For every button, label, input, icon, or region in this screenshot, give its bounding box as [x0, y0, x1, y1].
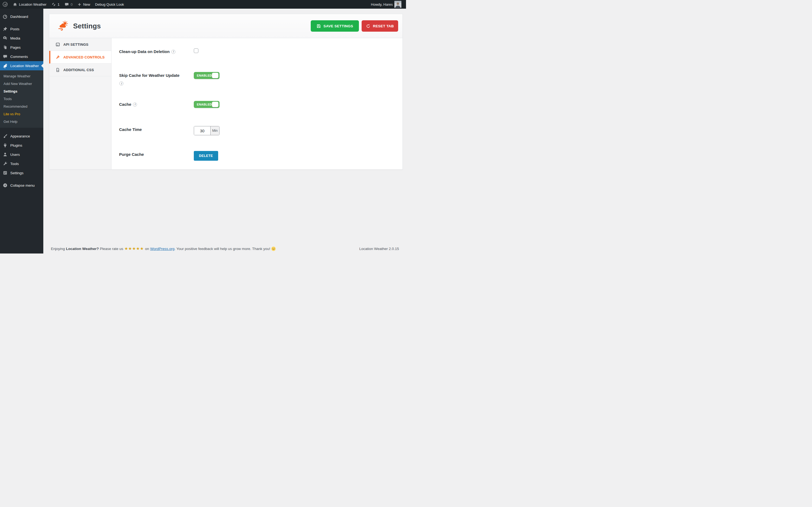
skip-cache-toggle[interactable]: ENABLED: [194, 72, 219, 79]
info-icon[interactable]: [133, 103, 137, 107]
settings-tab-list: API SETTINGS ADVANCED CONTROLS ADDITIONA…: [49, 38, 111, 169]
comment-bubble-icon: [64, 2, 69, 7]
sidebar-item-users[interactable]: Users: [0, 150, 43, 159]
submenu-lite-vs-pro[interactable]: Lite vs Pro: [0, 110, 43, 118]
sidebar-label: Location Weather: [10, 64, 39, 68]
footer-rating-text: Enjoying Location Weather? Please rate u…: [51, 246, 276, 251]
updates-icon: [51, 2, 56, 7]
sidebar-label: Appearance: [10, 134, 30, 138]
debug-quick-look-label: Debug Quick Look: [95, 2, 124, 6]
reset-tab-label: RESET TAB: [373, 24, 394, 28]
submenu-recommended[interactable]: Recommended: [0, 103, 43, 110]
sidebar-item-settings[interactable]: Settings: [0, 168, 43, 177]
sidebar-item-tools[interactable]: Tools: [0, 159, 43, 168]
sidebar-item-collapse-menu[interactable]: Collapse menu: [0, 181, 43, 190]
account-menu[interactable]: Howdy, Hares: [368, 0, 404, 9]
submenu-tools[interactable]: Tools: [0, 95, 43, 103]
tab-label: ADDITIONAL CSS: [63, 68, 94, 72]
collapse-icon: [2, 183, 8, 188]
sidebar-label: Posts: [10, 27, 19, 31]
page-title: Settings: [73, 22, 101, 30]
save-settings-label: SAVE SETTINGS: [323, 24, 353, 28]
wordpress-logo-menu[interactable]: [0, 0, 10, 9]
wrench-icon: [2, 161, 8, 166]
sidebar-label: Plugins: [10, 144, 22, 148]
submenu-manage-weather[interactable]: Manage Weather: [0, 72, 43, 80]
sidebar-item-appearance[interactable]: Appearance: [0, 131, 43, 141]
wordpress-admin-page: Location Weather 1 0 New Debug Quick Loo…: [0, 0, 406, 253]
delete-label: DELETE: [199, 154, 213, 158]
cache-time-input-group: Min: [194, 126, 219, 135]
reset-tab-button[interactable]: RESET TAB: [362, 20, 398, 32]
setting-row-cleanup-data: Clean-up Data on Deletion: [119, 48, 397, 72]
sidebar-item-posts[interactable]: Posts: [0, 24, 43, 34]
home-icon: [13, 2, 17, 7]
cleanup-data-checkbox[interactable]: [194, 48, 199, 53]
debug-quick-look-menu[interactable]: Debug Quick Look: [93, 0, 126, 9]
setting-label: Skip Cache for Weather Update: [119, 72, 194, 86]
sidebar-label: Dashboard: [10, 15, 28, 19]
location-weather-submenu: Manage Weather Add New Weather Settings …: [0, 70, 43, 128]
sidebar-item-pages[interactable]: Pages: [0, 43, 43, 52]
sidebar-item-location-weather[interactable]: Location Weather: [0, 61, 43, 70]
new-content-menu[interactable]: New: [75, 0, 93, 9]
dashboard-icon: [2, 14, 8, 19]
admin-bar: Location Weather 1 0 New Debug Quick Loo…: [0, 0, 406, 9]
comments-indicator[interactable]: 0: [62, 0, 75, 9]
sidebar-label: Users: [10, 153, 20, 157]
sidebar-label: Pages: [10, 46, 20, 50]
settings-header: Settings SAVE SETTINGS RESET TAB: [49, 14, 402, 38]
sidebar-item-comments[interactable]: Comments: [0, 52, 43, 61]
api-card-icon: [55, 42, 60, 47]
wordpress-logo-icon: [2, 2, 8, 7]
setting-row-purge-cache: Purge Cache DELETE: [119, 151, 397, 164]
sidebar-item-dashboard[interactable]: Dashboard: [0, 12, 43, 21]
settings-card: Settings SAVE SETTINGS RESET TAB: [49, 14, 403, 170]
sidebar-label: Media: [10, 36, 20, 40]
admin-sidebar: Dashboard Posts Media Pages Comments: [0, 9, 43, 253]
sidebar-item-plugins[interactable]: Plugins: [0, 141, 43, 150]
sidebar-label: Settings: [10, 171, 23, 175]
plugin-version: Location Weather 2.0.15: [359, 247, 399, 251]
submenu-add-new-weather[interactable]: Add New Weather: [0, 80, 43, 88]
new-label: New: [83, 2, 90, 6]
user-icon: [2, 152, 8, 157]
media-icon: [2, 36, 8, 41]
submenu-get-help[interactable]: Get Help: [0, 118, 43, 125]
toggle-knob: [212, 102, 218, 107]
save-settings-button[interactable]: SAVE SETTINGS: [311, 20, 359, 32]
pin-icon: [2, 26, 8, 32]
reset-icon: [366, 24, 371, 29]
purge-cache-delete-button[interactable]: DELETE: [194, 151, 218, 161]
setting-label: Clean-up Data on Deletion: [119, 48, 194, 54]
info-icon[interactable]: [119, 81, 123, 86]
avatar: [394, 1, 401, 8]
wrench-icon: [55, 55, 60, 60]
tab-additional-css[interactable]: ADDITIONAL CSS: [49, 64, 111, 76]
five-stars[interactable]: ★★★★★: [124, 246, 144, 251]
site-name-link[interactable]: Location Weather: [10, 0, 49, 9]
info-icon[interactable]: [171, 50, 175, 54]
sidebar-item-media[interactable]: Media: [0, 34, 43, 43]
tab-label: ADVANCED CONTROLS: [63, 55, 105, 59]
site-name: Location Weather: [19, 2, 47, 6]
setting-row-cache: Cache ENABLED: [119, 101, 397, 126]
sidebar-label: Comments: [10, 55, 28, 59]
plus-icon: [77, 2, 82, 6]
weather-cloud-icon: [2, 63, 8, 68]
submenu-settings[interactable]: Settings: [0, 88, 43, 95]
updates-indicator[interactable]: 1: [49, 0, 62, 9]
tab-api-settings[interactable]: API SETTINGS: [49, 38, 111, 51]
setting-row-skip-cache: Skip Cache for Weather Update ENABLED: [119, 72, 397, 101]
cache-time-input[interactable]: [194, 126, 210, 135]
setting-label: Cache: [119, 101, 194, 107]
sidebar-label: Tools: [10, 162, 19, 166]
footer-plugin-name: Location Weather?: [66, 247, 99, 251]
smile-emoji: [271, 246, 276, 251]
toggle-state-label: ENABLED: [197, 74, 212, 77]
comments-icon: [2, 54, 8, 59]
brush-icon: [2, 134, 8, 138]
cache-toggle[interactable]: ENABLED: [194, 101, 219, 108]
wordpress-org-link[interactable]: WordPress.org: [150, 247, 175, 251]
tab-advanced-controls[interactable]: ADVANCED CONTROLS: [49, 51, 111, 64]
